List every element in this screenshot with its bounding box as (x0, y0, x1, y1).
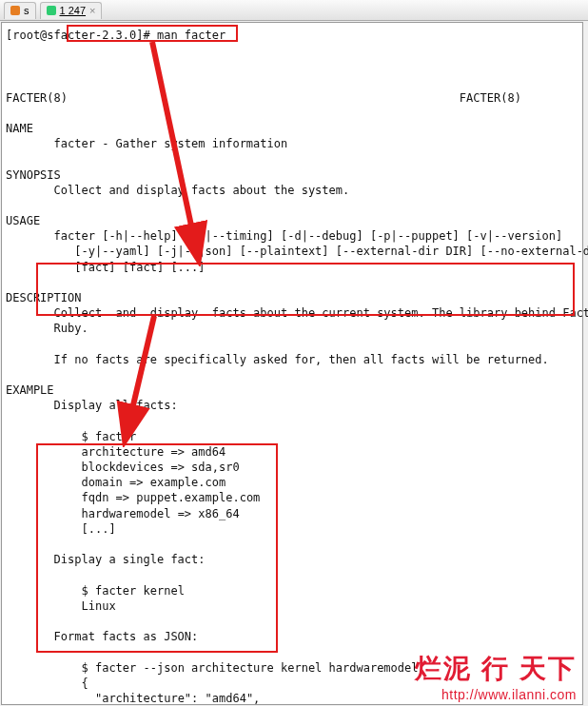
tab-label: s (24, 5, 29, 16)
man-header-left: FACTER(8) (6, 91, 68, 105)
man-header-right: FACTER(8) (460, 91, 521, 105)
prompt-line: [root@s facter-2.3.0]# man facter (6, 27, 578, 44)
example-ellipsis: [...] (81, 522, 115, 536)
terminal-icon (47, 6, 56, 15)
man-page-content: FACTER(8) FACTER(8) NAME facter - Gather… (6, 44, 578, 706)
tab-2[interactable]: 1 247 × (40, 2, 103, 19)
example-block: blockdevices => sda,sr0 (81, 461, 239, 474)
example-kernel-out: Linux (81, 599, 115, 613)
prompt-prefix: [root@s (6, 29, 54, 42)
example-fqdn: fqdn => puppet.example.com (81, 491, 260, 504)
example-arch: architecture => amd64 (81, 445, 225, 459)
watermark-url: http://www.ilanni.com (415, 687, 577, 702)
example-json-cmd: $ facter --json architecture kernel hard… (81, 661, 418, 675)
terminal-icon (10, 6, 20, 15)
example-json-hdr: Format facts as JSON: (54, 630, 199, 643)
example-display-all: Display all facts: (54, 399, 178, 412)
example-facter-cmd: $ facter (81, 430, 136, 443)
section-usage-hdr: USAGE (6, 214, 40, 227)
section-example-hdr: EXAMPLE (6, 383, 54, 397)
example-hw: hardwaremodel => x86_64 (81, 507, 239, 520)
example-json-brace: { (81, 677, 88, 690)
example-kernel-cmd: $ facter kernel (81, 584, 184, 598)
description-p1: Collect and display facts about the curr… (54, 306, 588, 320)
example-json-line: "architecture": "amd64", (81, 692, 260, 705)
description-p2: Ruby. (54, 322, 88, 335)
usage-line-1: facter [-h|--help] [-t|--timing] [-d|--d… (54, 229, 563, 243)
usage-line-3: [fact] [fact] [...] (74, 261, 205, 274)
usage-line-2: [-y|--yaml] [-j|--json] [--plaintext] [-… (74, 245, 588, 258)
close-tab-icon[interactable]: × (89, 5, 95, 16)
description-p3: If no facts are specifically asked for, … (54, 353, 549, 366)
section-synopsis-hdr: SYNOPSIS (6, 168, 61, 182)
tab-bar: s 1 247 × (0, 0, 588, 21)
example-domain: domain => example.com (81, 476, 225, 489)
tab-1[interactable]: s (4, 2, 36, 19)
section-synopsis-body: Collect and display facts about the syst… (54, 184, 350, 197)
section-description-hdr: DESCRIPTION (6, 291, 81, 304)
section-name-hdr: NAME (6, 122, 33, 135)
terminal-output: [root@s facter-2.3.0]# man facter FACTER… (1, 22, 583, 705)
example-single-hdr: Display a single fact: (54, 553, 206, 566)
watermark: 烂泥 行 天下 http://www.ilanni.com (415, 651, 577, 702)
section-name-body: facter - Gather system information (54, 137, 288, 150)
tab-label: 1 247 (60, 5, 87, 16)
prompt-command: facter-2.3.0]# man facter (54, 29, 226, 42)
watermark-title: 烂泥 行 天下 (415, 651, 577, 687)
